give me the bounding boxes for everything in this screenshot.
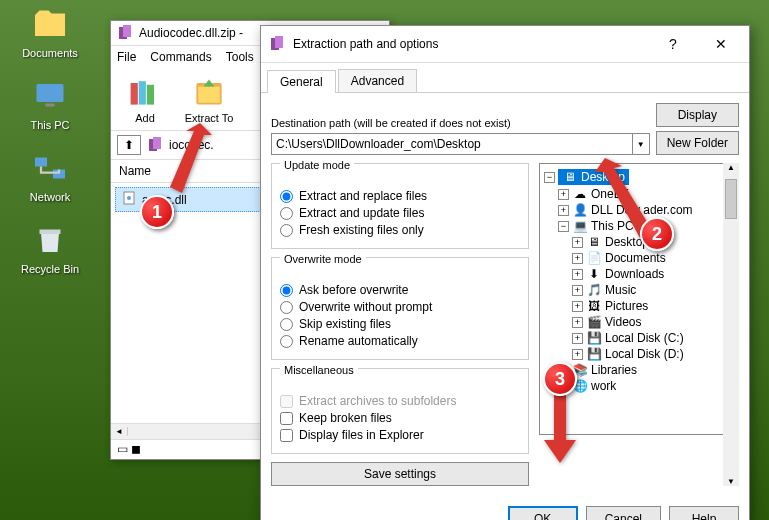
vertical-scrollbar[interactable]: [723, 163, 739, 486]
help-button[interactable]: Help: [669, 506, 739, 520]
tab-advanced[interactable]: Advanced: [338, 69, 417, 92]
icon-label: Documents: [10, 47, 90, 59]
desktop-icon-recycle[interactable]: Recycle Bin: [10, 221, 90, 275]
destination-input[interactable]: [271, 133, 633, 155]
svg-rect-7: [131, 83, 138, 105]
destination-label: Destination path (will be created if doe…: [271, 117, 650, 129]
folder-icon: [31, 5, 69, 43]
expand-icon[interactable]: +: [572, 349, 583, 360]
svg-rect-9: [147, 85, 154, 105]
recycle-bin-icon: [31, 221, 69, 259]
network-icon: [31, 149, 69, 187]
drive-icon: 💾: [586, 347, 602, 361]
pictures-icon: 🖼: [586, 299, 602, 313]
radio-ask-overwrite[interactable]: Ask before overwrite: [280, 283, 520, 297]
tree-downloads[interactable]: Downloads: [605, 267, 664, 281]
tree-music[interactable]: Music: [605, 283, 636, 297]
annotation-badge-2: 2: [640, 217, 674, 251]
tree-libraries[interactable]: Libraries: [591, 363, 637, 377]
desktop-icon-thispc[interactable]: This PC: [10, 77, 90, 131]
tree-pictures[interactable]: Pictures: [605, 299, 648, 313]
tree-localc[interactable]: Local Disk (C:): [605, 331, 684, 345]
svg-rect-2: [35, 158, 47, 167]
desktop-icons: Documents This PC Network Recycle Bin: [10, 5, 90, 293]
dialog-button-row: OK Cancel Help: [261, 496, 749, 520]
radio-extract-replace[interactable]: Extract and replace files: [280, 189, 520, 203]
cancel-button[interactable]: Cancel: [586, 506, 661, 520]
expand-icon[interactable]: +: [572, 253, 583, 264]
misc-group: Miscellaneous Extract archives to subfol…: [271, 368, 529, 454]
annotation-arrow-3: [540, 395, 580, 468]
music-icon: 🎵: [586, 283, 602, 297]
videos-icon: 🎬: [586, 315, 602, 329]
desktop-icon: 🖥: [562, 170, 578, 184]
user-icon: 👤: [572, 203, 588, 217]
expand-icon[interactable]: +: [558, 205, 569, 216]
up-button[interactable]: ⬆: [117, 135, 141, 155]
downloads-icon: ⬇: [586, 267, 602, 281]
annotation-badge-3: 3: [543, 362, 577, 396]
menu-commands[interactable]: Commands: [150, 50, 211, 64]
tree-network[interactable]: work: [591, 379, 616, 393]
dialog-title-text: Extraction path and options: [293, 37, 645, 51]
books-extract-icon: [189, 74, 229, 110]
radio-overwrite-noprompt[interactable]: Overwrite without prompt: [280, 300, 520, 314]
tree-videos[interactable]: Videos: [605, 315, 641, 329]
tab-general[interactable]: General: [267, 70, 336, 93]
radio-rename-auto[interactable]: Rename automatically: [280, 334, 520, 348]
svg-rect-17: [275, 36, 283, 48]
group-legend: Update mode: [280, 159, 354, 171]
extraction-dialog: Extraction path and options ? ✕ General …: [260, 25, 750, 520]
books-add-icon: [125, 74, 165, 110]
svg-rect-0: [37, 84, 64, 102]
tree-locald[interactable]: Local Disk (D:): [605, 347, 684, 361]
radio-extract-update[interactable]: Extract and update files: [280, 206, 520, 220]
overwrite-mode-group: Overwrite mode Ask before overwrite Over…: [271, 257, 529, 360]
save-settings-button[interactable]: Save settings: [271, 462, 529, 486]
expand-icon[interactable]: +: [572, 317, 583, 328]
desktop-icon-documents[interactable]: Documents: [10, 5, 90, 59]
expand-icon[interactable]: −: [544, 172, 555, 183]
dll-file-icon: [122, 191, 136, 208]
expand-icon[interactable]: +: [572, 301, 583, 312]
drive-icon: 💾: [586, 331, 602, 345]
expand-icon[interactable]: +: [558, 189, 569, 200]
status-icons: ▭ ◼: [117, 442, 141, 456]
expand-icon[interactable]: +: [572, 285, 583, 296]
expand-icon[interactable]: +: [572, 237, 583, 248]
check-subfolders[interactable]: Extract archives to subfolders: [280, 394, 520, 408]
help-button[interactable]: ?: [653, 32, 693, 56]
close-button[interactable]: ✕: [701, 32, 741, 56]
radio-skip-existing[interactable]: Skip existing files: [280, 317, 520, 331]
winrar-app-icon: [269, 36, 285, 52]
icon-label: Recycle Bin: [10, 263, 90, 275]
radio-fresh-only[interactable]: Fresh existing files only: [280, 223, 520, 237]
group-legend: Miscellaneous: [280, 364, 358, 376]
dialog-titlebar[interactable]: Extraction path and options ? ✕: [261, 26, 749, 63]
tab-bar: General Advanced: [261, 63, 749, 92]
pc-icon: [31, 77, 69, 115]
expand-icon[interactable]: +: [572, 333, 583, 344]
display-button[interactable]: Display: [656, 103, 739, 127]
scrollbar-thumb[interactable]: [725, 179, 737, 219]
desktop-icon-network[interactable]: Network: [10, 149, 90, 203]
menu-tools[interactable]: Tools: [226, 50, 254, 64]
cloud-icon: ☁: [572, 187, 588, 201]
svg-rect-6: [123, 25, 131, 37]
menu-file[interactable]: File: [117, 50, 136, 64]
annotation-badge-1: 1: [140, 195, 174, 229]
expand-icon[interactable]: −: [558, 221, 569, 232]
winrar-app-icon: [117, 25, 133, 41]
svg-point-15: [127, 196, 131, 200]
ok-button[interactable]: OK: [508, 506, 578, 520]
svg-rect-11: [198, 87, 220, 103]
update-mode-group: Update mode Extract and replace files Ex…: [271, 163, 529, 249]
group-legend: Overwrite mode: [280, 253, 366, 265]
icon-label: This PC: [10, 119, 90, 131]
pc-icon: 💻: [572, 219, 588, 233]
svg-rect-8: [139, 81, 146, 104]
check-display-explorer[interactable]: Display files in Explorer: [280, 428, 520, 442]
check-keep-broken[interactable]: Keep broken files: [280, 411, 520, 425]
expand-icon[interactable]: +: [572, 269, 583, 280]
icon-label: Network: [10, 191, 90, 203]
